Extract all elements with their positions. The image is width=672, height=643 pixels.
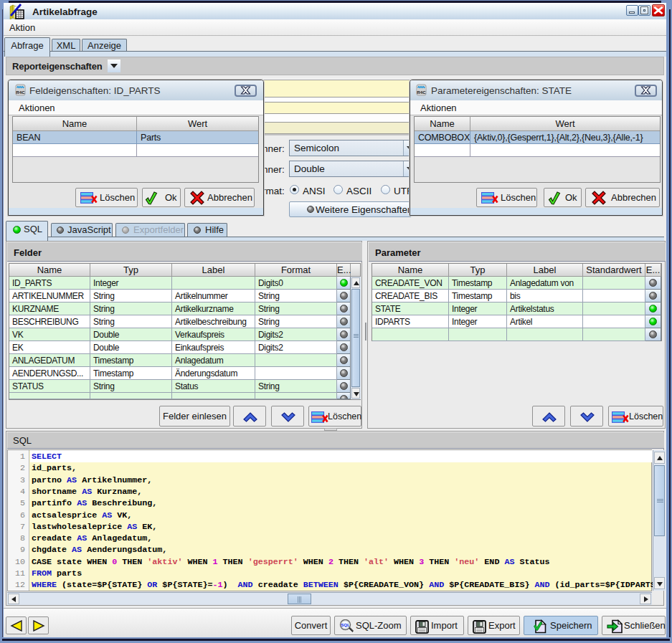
svg-text:SQL: SQL (341, 622, 350, 627)
svg-text:R4C: R4C (417, 90, 426, 95)
svg-text:R4C: R4C (16, 90, 25, 95)
